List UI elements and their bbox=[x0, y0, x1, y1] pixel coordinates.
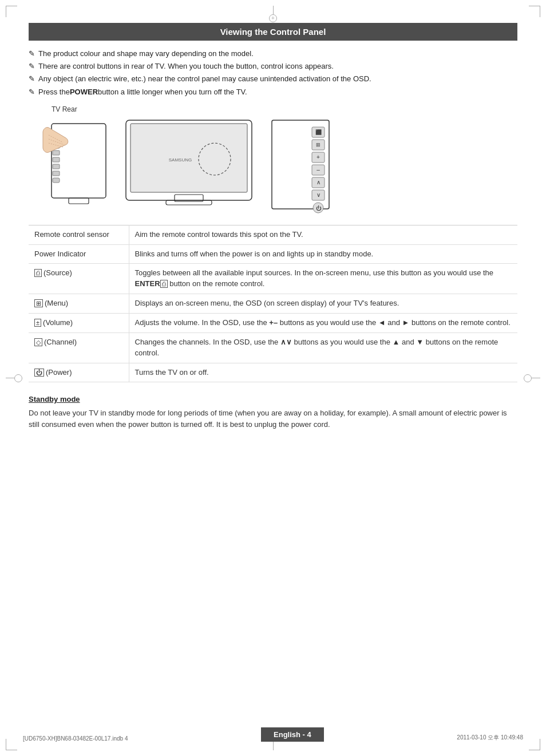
feature-cell: ±(Volume) bbox=[29, 313, 129, 333]
note-item-1: ✎ The product colour and shape may vary … bbox=[29, 49, 517, 59]
table-row: ⎙(Source) Toggles between all the availa… bbox=[29, 264, 517, 294]
svg-text:⊞: ⊞ bbox=[316, 142, 321, 148]
feature-label: Remote control sensor bbox=[34, 230, 109, 239]
notes-section: ✎ The product colour and shape may vary … bbox=[29, 49, 517, 97]
standby-title: Standby mode bbox=[29, 395, 517, 403]
note-text-1: The product colour and shape may vary de… bbox=[38, 49, 254, 59]
svg-text:SAMSUNG: SAMSUNG bbox=[169, 157, 192, 163]
desc-text: Changes the channels. In the OSD, use th… bbox=[135, 338, 498, 357]
table-row: ±(Volume) Adjusts the volume. In the OSD… bbox=[29, 313, 517, 333]
corner-mark-tr bbox=[529, 6, 540, 17]
feature-label-volume: (Volume) bbox=[43, 318, 73, 327]
desc-text: Displays an on-screen menu, the OSD (on … bbox=[135, 299, 399, 307]
svg-text:+: + bbox=[316, 154, 320, 160]
tv-front-svg: SAMSUNG bbox=[114, 114, 263, 215]
feature-cell: Power Indicator bbox=[29, 244, 129, 264]
feature-cell: ⊞(Menu) bbox=[29, 294, 129, 314]
desc-cell: Blinks and turns off when the power is o… bbox=[129, 244, 517, 264]
note-icon-1: ✎ bbox=[29, 49, 35, 59]
right-crosshair-circle bbox=[524, 374, 532, 382]
svg-rect-4 bbox=[53, 157, 60, 162]
svg-text:∨: ∨ bbox=[316, 192, 321, 198]
page-container: Viewing the Control Panel ✎ The product … bbox=[0, 0, 546, 756]
control-panel-svg: ⬛ ⊞ + – ∧ ∨ ⏻ bbox=[263, 114, 338, 215]
note-text-4-suffix: button a little longer when you turn off… bbox=[98, 87, 247, 97]
note-icon-4: ✎ bbox=[29, 87, 35, 97]
desc-cell: Changes the channels. In the OSD, use th… bbox=[129, 333, 517, 363]
feature-cell: Remote control sensor bbox=[29, 225, 129, 244]
desc-text: Adjusts the volume. In the OSD, use the … bbox=[135, 318, 511, 327]
source-icon: ⎙ bbox=[34, 269, 42, 277]
tv-rear-svg bbox=[40, 115, 117, 207]
table-row: ◇(Channel) Changes the channels. In the … bbox=[29, 333, 517, 363]
footer-left-text: [UD6750-XH]BN68-03482E-00L17.indb 4 bbox=[23, 735, 128, 742]
left-crosshair-circle bbox=[14, 374, 22, 382]
note-item-4: ✎ Press the POWER button a little longer… bbox=[29, 87, 517, 97]
note-icon-2: ✎ bbox=[29, 61, 35, 72]
feature-label-power: (Power) bbox=[46, 368, 72, 377]
features-table: Remote control sensor Aim the remote con… bbox=[29, 225, 517, 383]
svg-text:⏻: ⏻ bbox=[316, 205, 322, 211]
footer: [UD6750-XH]BN68-03482E-00L17.indb 4 Engl… bbox=[0, 727, 546, 742]
tv-rear-group: TV Rear bbox=[40, 105, 117, 207]
desc-text: Toggles between all the available input … bbox=[135, 268, 494, 288]
desc-text: Aim the remote control towards this spot… bbox=[135, 230, 303, 239]
feature-label-channel: (Channel) bbox=[44, 338, 77, 346]
top-crosshair-circle bbox=[269, 14, 277, 22]
volume-icon: ± bbox=[34, 319, 41, 327]
svg-text:⬛: ⬛ bbox=[315, 129, 322, 136]
feature-cell: ⎙(Source) bbox=[29, 264, 129, 294]
note-text-4-prefix: Press the bbox=[38, 87, 70, 97]
feature-cell: ⏻(Power) bbox=[29, 363, 129, 382]
standby-section: Standby mode Do not leave your TV in sta… bbox=[29, 395, 517, 430]
svg-rect-11 bbox=[166, 200, 212, 205]
table-row: Remote control sensor Aim the remote con… bbox=[29, 225, 517, 244]
section-title: Viewing the Control Panel bbox=[29, 23, 517, 41]
feature-cell: ◇(Channel) bbox=[29, 333, 129, 363]
desc-cell: Aim the remote control towards this spot… bbox=[129, 225, 517, 244]
desc-cell: Turns the TV on or off. bbox=[129, 363, 517, 382]
top-crosshair bbox=[269, 6, 277, 22]
svg-rect-6 bbox=[53, 171, 60, 176]
footer-right-text: 2011-03-10 오후 10:49:48 bbox=[457, 734, 523, 742]
note-item-3: ✎ Any object (an electric wire, etc.) ne… bbox=[29, 74, 517, 84]
note-text-3: Any object (an electric wire, etc.) near… bbox=[38, 74, 371, 84]
right-crosshair bbox=[524, 374, 540, 382]
tv-rear-label: TV Rear bbox=[52, 105, 77, 113]
desc-cell: Toggles between all the available input … bbox=[129, 264, 517, 294]
table-row: ⏻(Power) Turns the TV on or off. bbox=[29, 363, 517, 382]
note-text-4-bold: POWER bbox=[70, 87, 98, 97]
left-crosshair bbox=[6, 374, 22, 382]
footer-center: English - 4 bbox=[261, 727, 324, 742]
page-label: English - 4 bbox=[261, 727, 324, 742]
desc-text: Blinks and turns off when the power is o… bbox=[135, 250, 374, 258]
channel-icon: ◇ bbox=[34, 338, 42, 346]
feature-label: Power Indicator bbox=[34, 250, 86, 258]
note-icon-3: ✎ bbox=[29, 74, 35, 84]
desc-cell: Displays an on-screen menu, the OSD (on … bbox=[129, 294, 517, 314]
svg-text:–: – bbox=[316, 167, 320, 173]
svg-rect-3 bbox=[53, 151, 60, 155]
note-text-2: There are control buttons in rear of TV.… bbox=[38, 61, 334, 72]
corner-mark-tl bbox=[6, 6, 17, 17]
power-icon: ⏻ bbox=[34, 369, 44, 377]
svg-rect-1 bbox=[69, 198, 89, 204]
svg-rect-7 bbox=[53, 178, 60, 183]
image-section: TV Rear bbox=[40, 105, 517, 215]
menu-icon: ⊞ bbox=[34, 299, 43, 307]
desc-cell: Adjusts the volume. In the OSD, use the … bbox=[129, 313, 517, 333]
feature-label-menu: (Menu) bbox=[45, 299, 68, 307]
table-row: ⊞(Menu) Displays an on-screen menu, the … bbox=[29, 294, 517, 314]
svg-rect-5 bbox=[53, 164, 60, 169]
svg-text:∧: ∧ bbox=[316, 179, 321, 185]
table-row: Power Indicator Blinks and turns off whe… bbox=[29, 244, 517, 264]
note-item-2: ✎ There are control buttons in rear of T… bbox=[29, 61, 517, 72]
desc-text: Turns the TV on or off. bbox=[135, 368, 209, 377]
standby-text: Do not leave your TV in standby mode for… bbox=[29, 407, 517, 430]
feature-label-source: (Source) bbox=[43, 268, 72, 277]
